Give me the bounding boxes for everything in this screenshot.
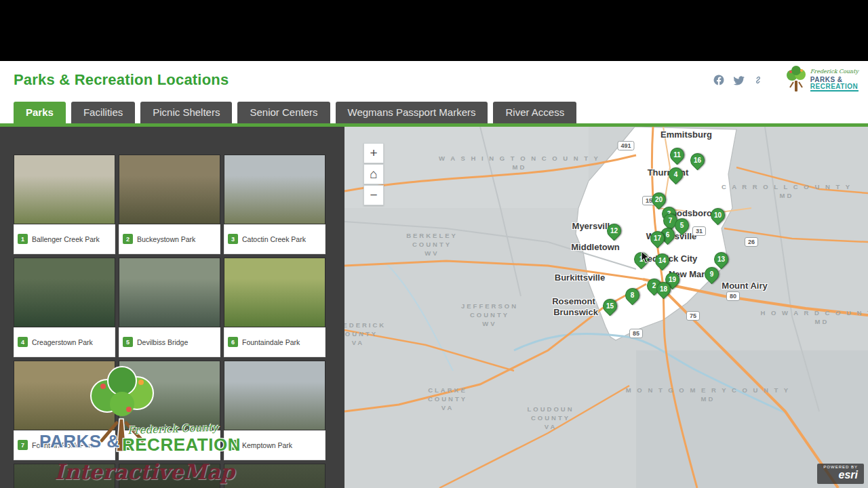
park-name: Fountain Rock Park bbox=[32, 441, 94, 449]
logo-script: Frederick County bbox=[810, 68, 859, 75]
logo-tree-icon bbox=[785, 66, 808, 94]
logo-line2: RECREATION bbox=[810, 83, 859, 92]
park-name: Kemptown Park bbox=[242, 441, 292, 449]
header-right: Frederick County PARKS & RECREATION bbox=[713, 66, 859, 94]
tab-river-access[interactable]: River Access bbox=[493, 102, 576, 123]
park-label-row: 4Creagerstown Park bbox=[14, 327, 115, 357]
park-photo bbox=[119, 258, 220, 327]
park-label-row: 6Fountaindale Park bbox=[224, 327, 326, 357]
card-number-badge: 4 bbox=[18, 337, 28, 347]
park-label-row: 1Ballenger Creek Park bbox=[14, 224, 115, 254]
card-number-badge: 6 bbox=[228, 337, 238, 347]
tab-facilities[interactable]: Facilities bbox=[71, 102, 135, 123]
park-photo bbox=[119, 361, 220, 430]
card-number-badge: 5 bbox=[123, 337, 133, 347]
card-number-badge: 7 bbox=[18, 440, 28, 450]
park-photo bbox=[224, 155, 326, 224]
marker-number: 16 bbox=[691, 154, 704, 167]
card-number-badge: 2 bbox=[123, 234, 133, 244]
park-card-grid: 1Ballenger Creek Park2Buckeystown Park3C… bbox=[14, 155, 327, 488]
marker-number: 17 bbox=[651, 232, 664, 245]
park-card-1[interactable]: 1Ballenger Creek Park bbox=[14, 155, 115, 254]
park-card-partial-1[interactable] bbox=[14, 464, 115, 488]
app-window: Parks & Recreation Locations bbox=[0, 0, 868, 488]
park-photo bbox=[119, 155, 220, 224]
park-list-panel: 1Ballenger Creek Park2Buckeystown Park3C… bbox=[0, 127, 344, 488]
marker-number: 12 bbox=[608, 224, 620, 237]
park-name: Devilbiss Bridge bbox=[137, 338, 188, 346]
park-photo bbox=[14, 464, 115, 488]
logo-text: Frederick County PARKS & RECREATION bbox=[810, 68, 859, 92]
marker-number: 14 bbox=[656, 254, 669, 267]
park-photo bbox=[224, 361, 326, 430]
content-area: 1Ballenger Creek Park2Buckeystown Park3C… bbox=[0, 127, 868, 488]
card-number-badge: 1 bbox=[18, 234, 28, 244]
park-photo bbox=[119, 464, 220, 488]
parks-recreation-logo: Frederick County PARKS & RECREATION bbox=[785, 66, 859, 94]
page-title: Parks & Recreation Locations bbox=[14, 71, 229, 89]
park-photo bbox=[14, 361, 115, 430]
tab-bar: ParksFacilitiesPicnic SheltersSenior Cen… bbox=[0, 99, 868, 127]
park-label-row: 8 bbox=[119, 430, 220, 460]
park-name: Buckeystown Park bbox=[137, 235, 195, 243]
zoom-out-button[interactable]: − bbox=[363, 185, 384, 205]
marker-number: 5 bbox=[675, 219, 688, 232]
zoom-in-button[interactable]: + bbox=[363, 143, 384, 163]
park-name: Creagerstown Park bbox=[32, 338, 93, 346]
marker-number: 20 bbox=[652, 193, 665, 206]
facebook-icon[interactable] bbox=[713, 74, 725, 86]
park-card-9[interactable]: 9Kemptown Park bbox=[224, 361, 326, 460]
park-card-partial-3[interactable] bbox=[224, 464, 326, 488]
park-label-row: 3Catoctin Creek Park bbox=[224, 224, 326, 254]
card-number-badge: 9 bbox=[228, 440, 238, 450]
park-name: Ballenger Creek Park bbox=[32, 235, 100, 243]
park-card-4[interactable]: 4Creagerstown Park bbox=[14, 258, 115, 357]
marker-number: 15 bbox=[604, 300, 616, 312]
social-icons bbox=[713, 74, 764, 86]
park-photo bbox=[14, 258, 115, 327]
share-link-icon[interactable] bbox=[752, 74, 764, 86]
marker-number: 8 bbox=[626, 289, 639, 302]
park-card-3[interactable]: 3Catoctin Creek Park bbox=[224, 155, 326, 254]
park-label-row: 5Devilbiss Bridge bbox=[119, 327, 220, 357]
marker-number: 18 bbox=[657, 283, 670, 296]
card-number-badge: 8 bbox=[123, 440, 133, 450]
marker-number: 10 bbox=[711, 209, 724, 222]
park-card-5[interactable]: 5Devilbiss Bridge bbox=[119, 258, 220, 357]
tab-senior-centers[interactable]: Senior Centers bbox=[237, 102, 330, 123]
park-card-6[interactable]: 6Fountaindale Park bbox=[224, 258, 326, 357]
esri-logo: esri bbox=[839, 469, 858, 481]
park-photo bbox=[224, 258, 326, 327]
letterbox-top bbox=[0, 0, 868, 61]
park-card-2[interactable]: 2Buckeystown Park bbox=[119, 155, 220, 254]
park-photo bbox=[224, 464, 326, 488]
park-label-row: 2Buckeystown Park bbox=[119, 224, 220, 254]
park-photo bbox=[14, 155, 115, 224]
marker-number: 11 bbox=[671, 148, 684, 161]
park-card-partial-2[interactable] bbox=[119, 464, 220, 488]
park-card-7[interactable]: 7Fountain Rock Park bbox=[14, 361, 115, 460]
park-card-8[interactable]: 8 bbox=[119, 361, 220, 460]
tab-parks[interactable]: Parks bbox=[14, 102, 66, 123]
tab-wegmans-passport-markers[interactable]: Wegmans Passport Markers bbox=[336, 102, 488, 123]
marker-number: 9 bbox=[705, 268, 718, 281]
marker-number: 1 bbox=[635, 253, 648, 266]
map-controls: + ⌂ − bbox=[363, 143, 384, 205]
map-canvas[interactable]: W A S H I N G T O N C O U N T YMDC A R R… bbox=[344, 127, 868, 488]
park-label-row: 9Kemptown Park bbox=[224, 430, 326, 460]
esri-attribution: POWERED BY esri bbox=[817, 464, 864, 484]
marker-number: 13 bbox=[715, 253, 728, 266]
page-header: Parks & Recreation Locations bbox=[0, 61, 868, 99]
park-name: Fountaindale Park bbox=[242, 338, 300, 346]
marker-number: 4 bbox=[669, 168, 682, 181]
park-label-row: 7Fountain Rock Park bbox=[14, 430, 115, 460]
twitter-icon[interactable] bbox=[732, 74, 745, 86]
tab-picnic-shelters[interactable]: Picnic Shelters bbox=[140, 102, 232, 123]
home-extent-button[interactable]: ⌂ bbox=[363, 164, 384, 184]
park-name: Catoctin Creek Park bbox=[242, 235, 306, 243]
card-number-badge: 3 bbox=[228, 234, 238, 244]
